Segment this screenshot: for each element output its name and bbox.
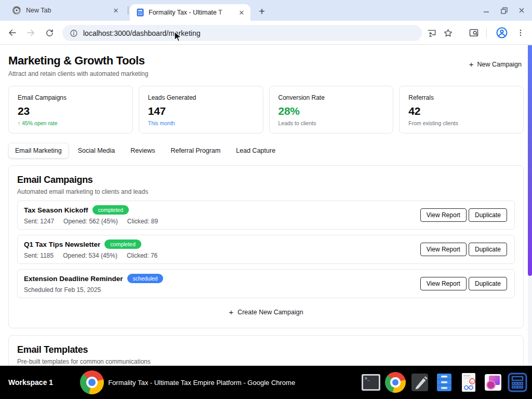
- duplicate-button[interactable]: Duplicate: [469, 243, 507, 256]
- close-tab-icon[interactable]: ✕: [237, 8, 246, 17]
- marketing-tabs: Email Marketing Social Media Reviews Ref…: [8, 143, 524, 158]
- stat-note: This month: [148, 120, 254, 126]
- reload-button[interactable]: [43, 26, 56, 39]
- text-editor-icon[interactable]: [409, 372, 430, 393]
- tab-title: Formality Tax - Ultimate T: [149, 9, 233, 16]
- side-panel-search-icon[interactable]: [467, 26, 481, 39]
- install-app-icon[interactable]: [424, 26, 438, 39]
- section-title: Email Campaigns: [17, 175, 515, 185]
- stat-value: 147: [148, 105, 254, 117]
- campaign-stat: Sent: 1247: [24, 218, 54, 225]
- stat-note: ↑ 45% open rate: [18, 120, 124, 126]
- close-tab-icon[interactable]: ✕: [111, 6, 121, 15]
- duplicate-button[interactable]: Duplicate: [469, 277, 507, 290]
- tab-referral-program[interactable]: Referral Program: [164, 143, 227, 158]
- forward-button[interactable]: [24, 26, 37, 39]
- campaign-stat: Opened: 562 (45%): [63, 218, 118, 225]
- campaign-row-extension-deadline[interactable]: Extension Deadline Reminder scheduled Sc…: [17, 269, 515, 298]
- stat-card-conversion-rate: Conversion Rate 28% Leads to clients: [269, 86, 394, 134]
- duplicate-button[interactable]: Duplicate: [469, 208, 507, 222]
- chrome-window-icon[interactable]: [80, 370, 104, 394]
- stat-card-leads-generated: Leads Generated 147 This month: [139, 86, 263, 134]
- chrome-favicon-gray-icon: [12, 6, 21, 15]
- view-report-button[interactable]: View Report: [420, 208, 467, 222]
- campaign-name: Tax Season Kickoff: [24, 206, 88, 214]
- stat-label: Conversion Rate: [278, 94, 384, 101]
- address-bar[interactable]: localhost:3000/dashboard/marketing: [62, 25, 422, 41]
- stat-label: Referrals: [408, 94, 514, 101]
- browser-tab-new-tab[interactable]: New Tab ✕: [4, 0, 126, 21]
- workspace-label: Workspace 1: [8, 378, 53, 387]
- stat-label: Leads Generated: [148, 94, 254, 101]
- scrollbar-thumb[interactable]: [528, 45, 532, 276]
- stat-value: 28%: [278, 105, 384, 117]
- tab-separator: [128, 6, 128, 15]
- campaign-stat: Clicked: 89: [127, 218, 158, 225]
- campaign-name: Q1 Tax Tips Newsletter: [24, 241, 100, 248]
- calculator-icon[interactable]: [507, 372, 528, 393]
- new-campaign-label: New Campaign: [477, 61, 522, 68]
- create-new-campaign-button[interactable]: + Create New Campaign: [17, 308, 515, 316]
- campaign-stat: Scheduled for Feb 15, 2025: [24, 286, 101, 294]
- plus-icon: +: [229, 308, 233, 316]
- section-subtitle: Automated email marketing to clients and…: [17, 188, 515, 195]
- chrome-icon[interactable]: [385, 372, 406, 393]
- stat-note: From existing clients: [408, 120, 514, 126]
- stat-note: Leads to clients: [278, 120, 384, 126]
- svg-text:>_: >_: [365, 376, 370, 381]
- view-report-button[interactable]: View Report: [420, 277, 467, 290]
- campaign-stat: Clicked: 76: [127, 252, 157, 259]
- dock: >_ e: [361, 372, 528, 393]
- svg-text:e: e: [471, 380, 473, 384]
- tab-social-media[interactable]: Social Media: [72, 143, 122, 158]
- email-campaigns-card: Email Campaigns Automated email marketin…: [8, 165, 524, 328]
- browser-tab-active[interactable]: Formality Tax - Ultimate T ✕: [130, 4, 250, 21]
- stats-row: Email Campaigns 23 ↑ 45% open rate Leads…: [8, 86, 524, 134]
- back-button[interactable]: [6, 26, 19, 39]
- bookmark-star-icon[interactable]: [441, 26, 455, 39]
- window-minimize-button[interactable]: [481, 5, 491, 16]
- tab-reviews[interactable]: Reviews: [124, 143, 161, 158]
- status-badge: scheduled: [127, 274, 164, 283]
- campaign-stat: Sent: 1185: [24, 252, 54, 259]
- stat-card-referrals: Referrals 42 From existing clients: [399, 86, 524, 134]
- stat-value: 23: [18, 105, 124, 117]
- window-close-button[interactable]: [516, 5, 527, 16]
- page-title: Marketing & Growth Tools: [8, 54, 148, 68]
- site-info-icon[interactable]: [70, 29, 78, 37]
- document-viewer-icon[interactable]: e: [458, 372, 479, 393]
- file-manager-icon[interactable]: [434, 372, 455, 393]
- create-new-campaign-label: Create New Campaign: [237, 309, 303, 316]
- tab-title: New Tab: [26, 7, 106, 14]
- calculator-favicon-icon: [136, 8, 144, 17]
- view-report-button[interactable]: View Report: [420, 243, 467, 256]
- campaign-row-q1-tax-tips[interactable]: Q1 Tax Tips Newsletter completed Sent: 1…: [17, 235, 515, 264]
- tab-email-marketing[interactable]: Email Marketing: [8, 143, 69, 158]
- stat-value: 42: [408, 105, 514, 117]
- campaign-name: Extension Deadline Reminder: [24, 275, 123, 283]
- terminal-icon[interactable]: >_: [361, 372, 381, 393]
- status-badge: completed: [92, 205, 129, 215]
- page-subtitle: Attract and retain clients with automate…: [8, 70, 148, 77]
- campaign-stat: Opened: 534 (45%): [63, 252, 117, 259]
- taskbar: Workspace 1 Formality Tax - Ultimate Tax…: [0, 366, 532, 399]
- mouse-cursor: [174, 31, 184, 43]
- toolbar-divider: [486, 28, 487, 38]
- stat-label: Email Campaigns: [18, 94, 124, 101]
- campaign-row-tax-season-kickoff[interactable]: Tax Season Kickoff completed Sent: 1247 …: [17, 201, 515, 230]
- plus-icon: +: [469, 60, 474, 68]
- plus-icon: +: [259, 6, 265, 18]
- window-restore-button[interactable]: [499, 5, 509, 16]
- new-tab-button[interactable]: +: [256, 5, 268, 18]
- page-content: Marketing & Growth Tools Attract and ret…: [0, 45, 532, 366]
- tab-lead-capture[interactable]: Lead Capture: [230, 143, 282, 158]
- new-campaign-button[interactable]: + New Campaign: [469, 60, 522, 68]
- section-title: Email Templates: [17, 344, 515, 355]
- image-viewer-icon[interactable]: [483, 372, 503, 393]
- section-subtitle: Pre-built templates for common communica…: [17, 358, 515, 365]
- profile-avatar-icon[interactable]: [495, 26, 509, 39]
- stat-card-email-campaigns: Email Campaigns 23 ↑ 45% open rate: [8, 86, 133, 134]
- chrome-menu-icon[interactable]: [514, 26, 527, 39]
- email-templates-card: Email Templates Pre-built templates for …: [8, 335, 524, 366]
- active-window-title[interactable]: Formality Tax - Ultimate Tax Empire Plat…: [108, 379, 295, 387]
